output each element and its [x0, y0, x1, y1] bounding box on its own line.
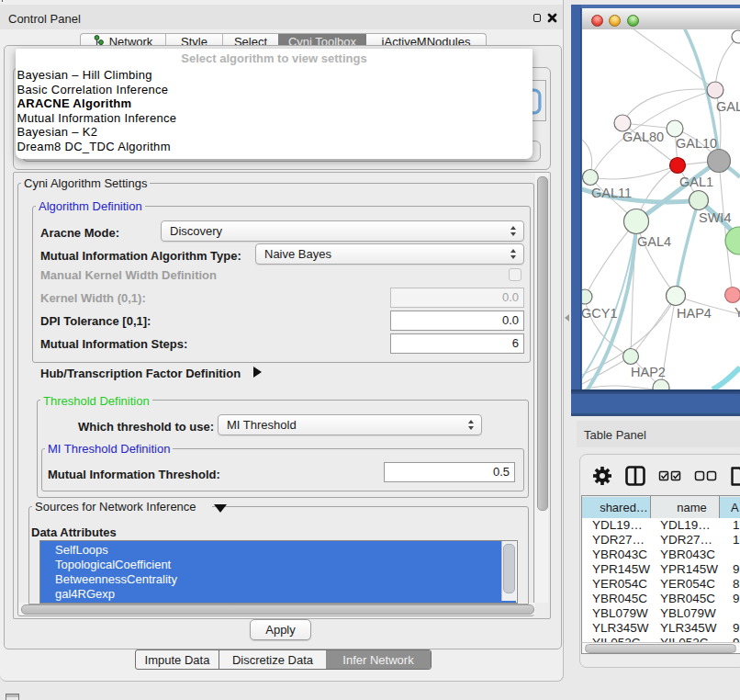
svg-text:GAL11: GAL11 — [591, 186, 632, 200]
svg-text:HAP2: HAP2 — [631, 365, 666, 379]
svg-text:GAL4: GAL4 — [637, 234, 671, 249]
svg-text:GAL7: GAL7 — [716, 99, 740, 114]
svg-text:GCY1: GCY1 — [582, 306, 618, 321]
svg-text:GAL10: GAL10 — [676, 136, 717, 151]
svg-text:GAL1: GAL1 — [679, 175, 713, 189]
svg-text:SWI4: SWI4 — [699, 210, 731, 225]
svg-text:HAP4: HAP4 — [677, 306, 712, 321]
svg-text:YM: YM — [734, 305, 740, 320]
svg-text:GAL80: GAL80 — [622, 130, 664, 144]
